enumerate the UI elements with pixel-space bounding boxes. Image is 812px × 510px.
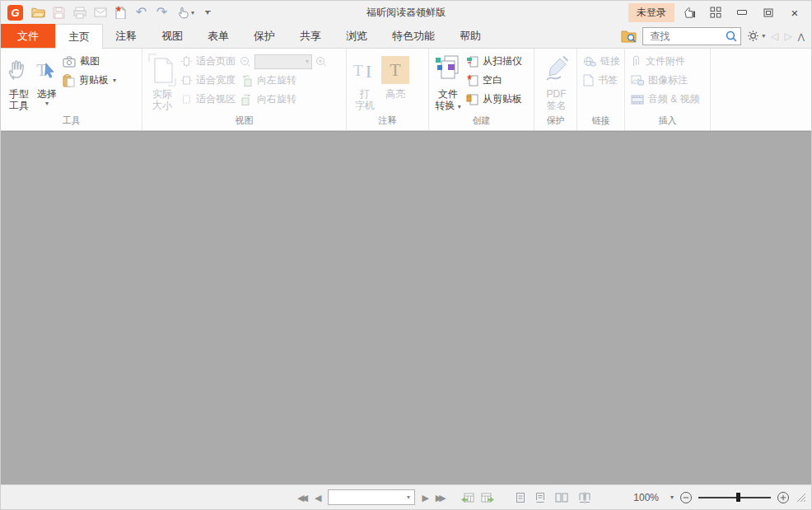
typewriter-button[interactable]: TI 打 字机 <box>350 51 380 112</box>
zoom-slider[interactable] <box>698 492 771 503</box>
ribbon: 手型 工具 T 选择 ▾ 截图 剪 <box>1 49 811 131</box>
fit-page-label: 适合页面 <box>196 54 236 68</box>
ribbon-section-view: 实际 大小 适合页面 适合宽度 适合视区 <box>142 49 347 130</box>
tab-features[interactable]: 特色功能 <box>380 24 447 48</box>
last-page-icon: ▶▶ <box>436 493 446 503</box>
clipboard-button[interactable]: 剪贴板 ▾ <box>60 71 119 90</box>
file-attachment-button[interactable]: 文件附件 <box>628 52 702 71</box>
clipboard-label: 剪贴板 <box>79 73 109 87</box>
login-status-badge[interactable]: 未登录 <box>628 3 674 22</box>
tab-home[interactable]: 主页 <box>55 24 103 49</box>
file-convert-label2: 转换 ▾ <box>435 100 460 113</box>
hand-tool-button[interactable]: 手型 工具 <box>4 51 34 112</box>
next-page-button[interactable]: ▶ <box>422 492 428 503</box>
highlight-button[interactable]: T 高亮 <box>380 51 411 101</box>
new-document-button[interactable] <box>110 3 131 21</box>
hand-tool-label: 手型 <box>9 88 29 100</box>
close-button[interactable]: × <box>783 3 806 21</box>
section-label-view: 视图 <box>142 115 346 130</box>
status-zoom-in-button[interactable] <box>777 491 790 504</box>
touch-mode-button[interactable]: ▾ <box>172 3 200 21</box>
typewriter-label: 字机 <box>355 100 375 111</box>
page-number-input[interactable] <box>329 491 402 504</box>
select-tool-button[interactable]: T 选择 ▾ <box>34 51 60 108</box>
bookmark-label: 书签 <box>598 73 618 87</box>
tab-file[interactable]: 文件 <box>1 24 55 48</box>
zoom-slider-handle[interactable] <box>736 493 740 502</box>
previous-view-button[interactable] <box>461 492 474 503</box>
tab-browse[interactable]: 浏览 <box>334 24 380 48</box>
resize-grip[interactable] <box>796 492 806 503</box>
email-button[interactable] <box>90 3 110 21</box>
settings-gear-button[interactable]: ▾ <box>747 30 765 42</box>
previous-page-button[interactable]: ◀ <box>315 492 321 503</box>
bookmark-button[interactable]: 书签 <box>581 71 623 90</box>
tab-help[interactable]: 帮助 <box>447 24 493 48</box>
actual-size-button[interactable]: 实际 大小 <box>146 51 179 112</box>
collapse-ribbon-button[interactable]: ⋀ <box>798 30 805 42</box>
tab-view[interactable]: 视图 <box>149 24 195 48</box>
pdf-sign-button[interactable]: PDF 签名 <box>541 51 572 112</box>
search-folder-button[interactable] <box>621 30 637 43</box>
chevron-down-icon: ▾ <box>191 9 194 16</box>
maximize-button[interactable] <box>757 3 780 21</box>
image-annotation-button[interactable]: 图像标注 <box>628 71 702 90</box>
hand-like-button[interactable] <box>678 3 701 21</box>
status-zoom-out-button[interactable] <box>679 491 693 504</box>
chevron-down-icon: ▾ <box>670 494 674 501</box>
tab-comment[interactable]: 注释 <box>103 24 149 48</box>
fit-width-button[interactable]: 适合宽度 <box>179 71 238 90</box>
next-view-button[interactable] <box>481 492 494 503</box>
chevron-down-icon: ▾ <box>45 100 49 107</box>
blank-page-button[interactable]: 空白 <box>464 71 525 90</box>
typewriter-label: 打 <box>360 88 370 100</box>
find-next-button[interactable]: ▷ <box>785 30 792 42</box>
create-small-column: 从扫描仪 空白 从剪贴板 <box>464 51 525 109</box>
tab-share[interactable]: 共享 <box>287 24 334 48</box>
next-view-icon <box>481 492 494 503</box>
continuous-page-button[interactable] <box>535 492 545 503</box>
floppy-icon <box>53 7 65 19</box>
chevron-down-icon[interactable]: ▾ <box>402 490 414 504</box>
last-page-button[interactable]: ▶▶ <box>436 492 446 503</box>
tab-protect[interactable]: 保护 <box>241 24 287 48</box>
single-page-button[interactable] <box>516 492 525 503</box>
zoom-percent-dropdown[interactable]: 100% ▾ <box>633 492 674 503</box>
search-icon[interactable] <box>726 30 737 42</box>
snapshot-button[interactable]: 截图 <box>60 52 119 71</box>
open-file-button[interactable] <box>28 3 49 21</box>
insert-small-column: 文件附件 图像标注 音频 & 视频 <box>628 51 702 109</box>
from-scanner-button[interactable]: 从扫描仪 <box>464 52 525 71</box>
ui-layout-button[interactable] <box>704 3 727 21</box>
print-button[interactable] <box>69 3 90 21</box>
document-area[interactable] <box>1 131 811 484</box>
facing-page-button[interactable] <box>555 492 568 503</box>
audio-video-button[interactable]: 音频 & 视频 <box>628 90 702 109</box>
first-page-button[interactable]: ◀◀ <box>297 492 308 503</box>
zoom-level-combobox[interactable]: ▾ <box>254 54 312 69</box>
rotate-right-button[interactable]: 向右旋转 <box>238 90 329 109</box>
redo-button[interactable]: ↷ <box>152 3 172 21</box>
chevron-left-icon: ◁ <box>771 30 778 42</box>
minimize-button[interactable] <box>730 3 754 21</box>
highlight-label: 高亮 <box>385 88 405 100</box>
from-scanner-icon <box>466 55 478 68</box>
search-input[interactable] <box>648 30 726 43</box>
undo-button[interactable]: ↶ <box>131 3 152 21</box>
save-button[interactable] <box>49 3 69 21</box>
rotate-left-label: 向左旋转 <box>257 73 296 87</box>
fit-visible-button[interactable]: 适合视区 <box>179 90 238 109</box>
find-previous-button[interactable]: ◁ <box>771 30 778 42</box>
rotate-left-button[interactable]: 向左旋转 <box>238 71 329 90</box>
continuous-facing-button[interactable] <box>578 492 591 503</box>
zoom-out-button[interactable] <box>240 56 251 68</box>
fit-page-button[interactable]: 适合页面 <box>179 52 238 71</box>
ribbon-section-insert: 文件附件 图像标注 音频 & 视频 插入 <box>625 49 711 130</box>
from-clipboard-button[interactable]: 从剪贴板 <box>464 90 525 109</box>
file-convert-button[interactable]: 文件 转换 ▾ <box>432 51 464 114</box>
zoom-in-button[interactable] <box>315 56 327 68</box>
link-button[interactable]: 链接 <box>581 52 623 71</box>
tab-form[interactable]: 表单 <box>195 24 241 48</box>
customize-toolbar-button[interactable]: ▾ <box>200 3 215 21</box>
resize-grip-icon <box>796 492 806 503</box>
